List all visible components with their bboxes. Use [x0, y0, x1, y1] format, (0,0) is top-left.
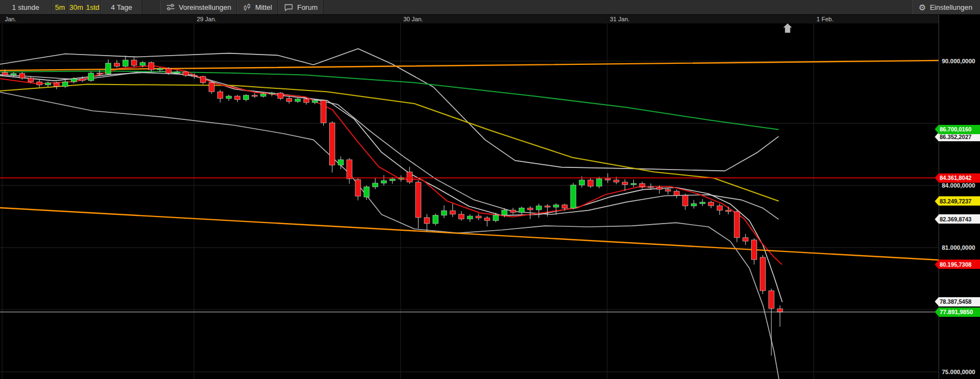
candle	[476, 214, 481, 220]
candle	[243, 94, 249, 101]
candle	[149, 62, 154, 71]
mittel-button[interactable]: Mittel	[237, 0, 278, 14]
tag-arrow	[935, 308, 939, 316]
candle	[329, 121, 335, 172]
candle	[252, 93, 257, 98]
price-axis[interactable]: 90.000,000084.000,000081.000,000075.000,…	[939, 15, 980, 379]
candle	[717, 203, 722, 215]
ma-red	[0, 65, 782, 264]
candle	[433, 214, 438, 226]
candle	[639, 182, 645, 189]
candle	[372, 178, 378, 189]
price-chart-canvas[interactable]	[0, 23, 939, 379]
ma-red-value-tag: 80.195,7308	[935, 260, 980, 269]
ma-white-fast-value-tag: 78.387,5458	[935, 297, 980, 306]
candle	[295, 98, 300, 103]
candle	[674, 190, 679, 198]
candle	[725, 207, 731, 214]
toolbar: 1 stunde 5m 30m 1std 4 Tage Voreinstellu…	[0, 0, 980, 15]
candle	[28, 76, 33, 83]
tag-value: 83.249,7237	[939, 196, 980, 206]
candle	[631, 179, 636, 187]
candle	[691, 200, 697, 209]
tag-arrow	[935, 215, 939, 224]
voreinstellungen-button[interactable]: Voreinstellungen	[160, 0, 237, 14]
candle	[131, 57, 137, 67]
einstellungen-button[interactable]: ⚙ Einstellungen	[912, 0, 980, 14]
gear-icon: ⚙	[918, 3, 925, 11]
candle	[20, 72, 25, 80]
sliders-icon	[166, 3, 175, 11]
timeframe-1std-button[interactable]: 1std	[84, 0, 101, 14]
alert-price-tag: 84.361,8042	[935, 173, 980, 183]
tag-value: 82.369,8743	[939, 214, 980, 224]
tag-arrow	[935, 125, 939, 134]
candle	[54, 82, 59, 89]
price-axis-label: 90.000,0000	[942, 58, 975, 64]
price-axis-label: 81.000,0000	[942, 244, 975, 251]
timeframe-button[interactable]: 1 stunde	[0, 0, 52, 14]
current-price-tag: 77.891,9850	[935, 308, 980, 317]
candle	[88, 71, 94, 82]
toolbar-spacer	[324, 0, 913, 14]
candle	[63, 80, 68, 88]
ma-yellow-value-tag: 83.249,7237	[935, 196, 980, 206]
candle	[415, 181, 421, 228]
ma-white-value-tag: 82.369,8743	[935, 214, 980, 224]
tag-value: 78.387,5458	[939, 297, 980, 306]
date-tick-label: 31 Jan.	[610, 16, 630, 22]
candle	[217, 89, 223, 103]
candle	[467, 214, 473, 222]
candle	[304, 98, 309, 105]
candle	[106, 59, 111, 75]
candle	[235, 95, 240, 102]
candle	[398, 176, 404, 182]
timeframe-label: 1 stunde	[12, 3, 39, 11]
candle	[743, 234, 748, 245]
candle	[709, 201, 714, 208]
candle	[510, 208, 516, 214]
candle	[278, 92, 283, 100]
candle	[553, 203, 559, 215]
candle	[666, 188, 671, 195]
candle	[37, 80, 42, 87]
price-axis-label: 84.000,0000	[942, 182, 975, 189]
range-4tage-button[interactable]: 4 Tage	[101, 0, 142, 14]
candle	[200, 76, 205, 85]
candle	[183, 71, 189, 77]
candle	[485, 216, 490, 226]
tag-value: 84.361,8042	[939, 173, 980, 183]
candle	[519, 207, 524, 215]
tag-arrow	[935, 173, 939, 182]
candle	[760, 255, 765, 294]
candle	[458, 211, 464, 220]
candle	[588, 178, 593, 188]
candle	[424, 214, 429, 232]
candle	[450, 203, 456, 216]
candle	[441, 205, 447, 218]
tag-value: 80.195,7308	[939, 260, 980, 269]
ma-yellow	[0, 85, 778, 201]
date-tick-label: 30 Jan.	[403, 16, 423, 22]
candle	[752, 238, 757, 264]
tag-value: 86.700,0160	[939, 125, 980, 134]
candle	[777, 305, 783, 327]
tag-arrow	[935, 197, 939, 206]
tag-value: 77.891,9850	[939, 308, 980, 317]
candle	[355, 178, 361, 201]
timeframe-30m-button[interactable]: 30m	[68, 0, 84, 14]
ma-green-value-tag: 86.700,0160	[935, 125, 980, 134]
candle	[596, 177, 602, 188]
forum-button[interactable]: Forum	[278, 0, 324, 14]
candlestick-icon	[243, 3, 251, 11]
candle	[571, 183, 576, 209]
date-tick-label: 1 Feb.	[816, 16, 833, 22]
candle	[381, 175, 386, 185]
bollinger-lower	[0, 92, 779, 379]
date-axis: Jan.29 Jan.30 Jan.31 Jan.1 Feb.	[0, 15, 980, 23]
timeframe-5m-button[interactable]: 5m	[52, 0, 68, 14]
candle	[269, 92, 275, 96]
tag-arrow	[935, 260, 939, 269]
ma-white	[0, 73, 778, 219]
candle	[734, 210, 740, 243]
